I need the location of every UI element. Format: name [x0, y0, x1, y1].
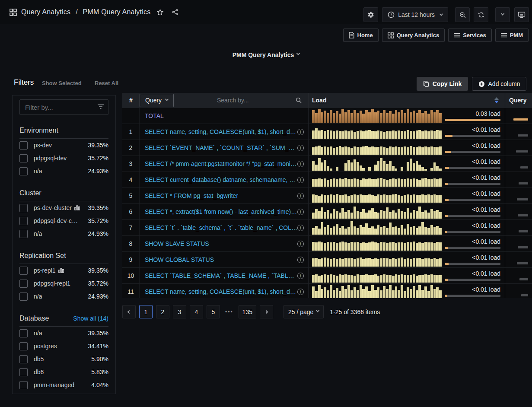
- load-cell[interactable]: <0.01 load: [308, 188, 505, 204]
- load-cell[interactable]: <0.01 load: [308, 284, 505, 298]
- nav-button-services[interactable]: Services: [448, 29, 492, 42]
- filter-checkbox[interactable]: [19, 293, 28, 301]
- dashboards-grid-icon[interactable]: [10, 9, 17, 16]
- info-icon[interactable]: [297, 225, 304, 231]
- dashboard-settings-button[interactable]: [363, 7, 378, 22]
- filter-item[interactable]: pdpgsql-dev 35.72%: [19, 152, 108, 165]
- filter-checkbox[interactable]: [19, 141, 28, 149]
- filter-checkbox[interactable]: [19, 368, 28, 376]
- query-link[interactable]: SELECT `EVENT_NAME` , `COUNT_STAR` , `SU…: [145, 144, 297, 151]
- page-button[interactable]: 5: [207, 305, 220, 318]
- show-selected-link[interactable]: Show Selected: [42, 80, 82, 86]
- time-range-picker[interactable]: Last 12 hours: [382, 7, 448, 22]
- filter-item[interactable]: pmm-managed 4.04%: [19, 378, 108, 391]
- filter-checkbox[interactable]: [19, 381, 28, 389]
- filter-item[interactable]: pdpgsql-dev-c… 35.72%: [19, 214, 108, 227]
- query-link[interactable]: SHOW SLAVE STATUS: [145, 240, 209, 247]
- column-header-load[interactable]: Load: [312, 97, 326, 104]
- next-page-button[interactable]: [260, 305, 273, 318]
- nav-button-home[interactable]: Home: [343, 29, 379, 42]
- filter-item[interactable]: n/a 24.93%: [19, 227, 108, 240]
- info-icon[interactable]: [297, 241, 304, 247]
- reset-all-link[interactable]: Reset All: [95, 80, 118, 86]
- filter-checkbox[interactable]: [19, 204, 28, 212]
- page-button[interactable]: 1: [139, 305, 153, 318]
- query-link[interactable]: SHOW GLOBAL STATUS: [145, 256, 214, 263]
- filter-item[interactable]: n/a 39.35%: [19, 327, 108, 340]
- zoom-out-button[interactable]: [455, 7, 470, 22]
- page-size-select[interactable]: 25 / page: [284, 305, 324, 318]
- load-cell[interactable]: <0.01 load: [308, 172, 505, 188]
- query-link[interactable]: SELECT `TABLE_SCHEMA` , TABLE_NAME , `TA…: [145, 272, 297, 279]
- page-button[interactable]: 3: [173, 305, 186, 318]
- refresh-button[interactable]: [474, 7, 488, 22]
- load-cell[interactable]: <0.01 load: [308, 268, 505, 283]
- query-link[interactable]: SELECT *, extract($1 from now() - last_a…: [145, 208, 297, 215]
- filter-item[interactable]: db5 5.90%: [19, 353, 108, 366]
- kiosk-mode-button[interactable]: [514, 7, 529, 22]
- info-icon[interactable]: [297, 129, 304, 135]
- filter-checkbox[interactable]: [19, 154, 28, 162]
- bar-chart-icon[interactable]: [74, 205, 80, 210]
- info-icon[interactable]: [297, 161, 304, 167]
- query-link[interactable]: SELECT current_database() datname, schem…: [145, 176, 297, 183]
- filter-item[interactable]: ps-dev-cluster 39.35%: [19, 201, 108, 214]
- filter-item[interactable]: db6 5.83%: [19, 366, 108, 378]
- query-link[interactable]: SELECT name, setting, COALESCE(unit, $1)…: [145, 128, 297, 135]
- info-icon[interactable]: [297, 193, 304, 199]
- last-page-button[interactable]: 135: [239, 305, 256, 318]
- load-cell[interactable]: <0.01 load: [308, 252, 505, 267]
- filter-item[interactable]: n/a 24.93%: [19, 165, 108, 178]
- filter-item[interactable]: postgres 34.41%: [19, 340, 108, 353]
- query-link[interactable]: SELECT /* pmm-agent:pgstatmonitor */ "pg…: [145, 160, 297, 167]
- main-metric-dropdown[interactable]: Query: [140, 94, 174, 107]
- filter-checkbox[interactable]: [19, 217, 28, 225]
- filter-checkbox[interactable]: [19, 329, 28, 337]
- load-cell[interactable]: <0.01 load: [308, 204, 505, 219]
- filter-checkbox[interactable]: [19, 355, 28, 363]
- info-icon[interactable]: [297, 273, 304, 279]
- info-icon[interactable]: [297, 209, 304, 215]
- nav-button-pmm[interactable]: PMM: [495, 29, 529, 42]
- load-cell[interactable]: <0.01 load: [308, 236, 505, 251]
- filter-checkbox[interactable]: [19, 167, 28, 175]
- star-icon[interactable]: [156, 9, 164, 16]
- info-icon[interactable]: [297, 177, 304, 183]
- load-cell[interactable]: <0.01 load: [308, 156, 505, 172]
- prev-page-button[interactable]: [122, 305, 136, 318]
- filter-checkbox[interactable]: [19, 267, 28, 275]
- breadcrumb-section[interactable]: Query Analytics: [21, 8, 70, 16]
- filter-checkbox[interactable]: [19, 230, 28, 238]
- filter-search-input[interactable]: [19, 99, 108, 115]
- pagination-ellipsis[interactable]: •••: [223, 309, 235, 315]
- filter-checkbox[interactable]: [19, 342, 28, 350]
- info-icon[interactable]: [297, 289, 304, 295]
- bar-chart-icon[interactable]: [58, 268, 64, 273]
- filter-item[interactable]: n/a 24.93%: [19, 290, 108, 303]
- filter-item[interactable]: pdpgsql-repl1 35.72%: [19, 277, 108, 290]
- copy-link-button[interactable]: Copy Link: [417, 77, 468, 91]
- add-column-button[interactable]: Add column: [472, 77, 526, 91]
- load-cell[interactable]: <0.01 load: [308, 220, 505, 235]
- load-cell[interactable]: <0.01 load: [308, 140, 505, 156]
- show-all-link[interactable]: Show all (14): [73, 315, 108, 322]
- load-cell[interactable]: <0.01 load: [308, 124, 505, 140]
- search-icon[interactable]: [295, 97, 302, 104]
- sort-icon[interactable]: [494, 97, 499, 103]
- query-link[interactable]: SELECT `t` . `table_schema` , `t` . `tab…: [145, 224, 297, 231]
- table-search-input[interactable]: [174, 97, 295, 104]
- nav-button-query-analytics[interactable]: Query Analytics: [382, 29, 445, 42]
- query-link[interactable]: SELECT name, setting, COALESCE(unit, $1)…: [145, 288, 297, 295]
- filter-item[interactable]: ps-dev 39.35%: [19, 139, 108, 152]
- filter-checkbox[interactable]: [19, 280, 28, 288]
- page-button[interactable]: 4: [190, 305, 203, 318]
- refresh-interval-dropdown[interactable]: [495, 7, 510, 22]
- load-cell[interactable]: 0.03 load: [308, 108, 505, 124]
- panel-title[interactable]: PMM Query Analytics: [233, 51, 300, 58]
- info-icon[interactable]: [297, 145, 304, 151]
- info-icon[interactable]: [297, 257, 304, 263]
- page-button[interactable]: 2: [156, 305, 169, 318]
- column-header-query-count[interactable]: Query: [509, 97, 526, 104]
- filter-item[interactable]: ps-repl1 39.35%: [19, 264, 108, 277]
- query-link[interactable]: TOTAL: [145, 112, 164, 119]
